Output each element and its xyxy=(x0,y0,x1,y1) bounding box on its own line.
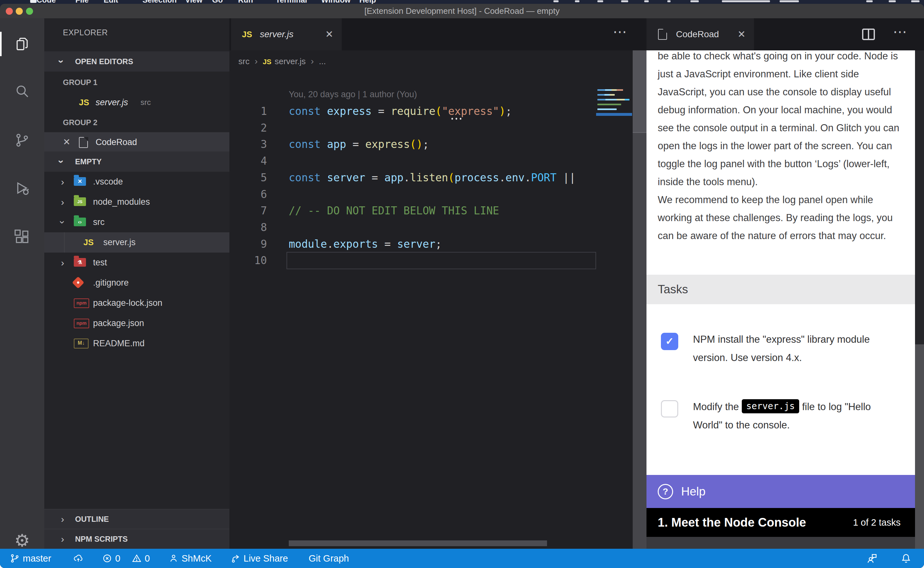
lesson-paragraph: We recommend to keep the log panel open … xyxy=(658,191,907,245)
open-editor-item-coderoad[interactable]: ✕CodeRoad xyxy=(44,132,229,152)
apple-logo-icon[interactable] xyxy=(30,0,36,3)
js-file-icon: JS xyxy=(79,92,89,112)
breadcrumb-item[interactable]: src xyxy=(238,56,250,66)
split-editor-icon[interactable] xyxy=(861,27,876,43)
scrollbar-thumb[interactable] xyxy=(633,50,647,133)
more-actions-icon[interactable]: ⋯ xyxy=(893,23,908,40)
task-checkbox[interactable] xyxy=(661,400,678,417)
tree-item-server.js[interactable]: JSserver.js xyxy=(44,232,229,252)
search-icon[interactable] xyxy=(0,76,44,107)
open-editor-detail: src xyxy=(140,92,151,112)
chevron-down-icon: › xyxy=(51,160,72,163)
explorer-sidebar: EXPLORER › OPEN EDITORS GROUP 1JSserver.… xyxy=(44,18,230,549)
extensions-icon[interactable] xyxy=(0,222,44,252)
tree-item-package-lock.json[interactable]: npmpackage-lock.json xyxy=(44,293,229,313)
status-master[interactable]: master xyxy=(10,549,51,568)
chevron-down-icon: › xyxy=(51,60,72,63)
minimap-line xyxy=(597,94,615,96)
tree-item-label: node_modules xyxy=(93,192,150,212)
lesson-footer: 1. Meet the Node Console 1 of 2 tasks xyxy=(647,508,915,537)
tree-item-src[interactable]: ›src xyxy=(44,212,229,232)
help-section[interactable]: ? Help xyxy=(647,475,915,508)
tree-item-label: .vscode xyxy=(93,172,123,192)
breadcrumb-separator-icon: › xyxy=(255,56,258,66)
file-file-icon xyxy=(79,137,88,148)
tree-item-test[interactable]: ›test xyxy=(44,252,229,273)
section-outline[interactable]: ›OUTLINE xyxy=(44,509,229,529)
chevron-right-icon: › xyxy=(61,529,64,549)
workspace-header[interactable]: › EMPTY xyxy=(44,151,229,172)
menu-status-icon xyxy=(911,0,919,2)
code-line-5: 5const server = app.listen(process.env.P… xyxy=(229,169,647,186)
line-number: 2 xyxy=(229,120,267,136)
close-icon[interactable]: ✕ xyxy=(63,132,70,152)
line-number: 8 xyxy=(229,219,267,236)
tree-item-node_modules[interactable]: ›node_modules xyxy=(44,192,229,212)
tree-item-.vscode[interactable]: ›.vscode xyxy=(44,172,229,192)
breadcrumb-item[interactable]: ... xyxy=(319,56,326,66)
code-line-8: 8 xyxy=(229,219,647,236)
tree-item-.gitignore[interactable]: .gitignore xyxy=(44,273,229,293)
tree-item-label: .gitignore xyxy=(93,273,129,293)
tab-label: CodeRoad xyxy=(676,18,719,50)
window-title: [Extension Development Host] - CodeRoad … xyxy=(0,4,924,18)
tree-item-readme.md[interactable]: M↓README.md xyxy=(44,334,229,353)
line-number: 3 xyxy=(229,136,267,153)
editor-vertical-scrollbar[interactable] xyxy=(633,50,647,549)
tree-item-package.json[interactable]: npmpackage.json xyxy=(44,313,229,334)
explorer-icon[interactable] xyxy=(0,29,44,59)
feedback-icon[interactable] xyxy=(866,549,878,568)
code-text: const app = express(); xyxy=(289,136,429,153)
minimap[interactable] xyxy=(596,87,632,549)
section-npm-scripts[interactable]: ›NPM SCRIPTS xyxy=(44,529,229,549)
md-icon: M↓ xyxy=(74,338,89,349)
code-line-6: 6 xyxy=(229,186,647,203)
breadcrumb-item[interactable]: server.js xyxy=(274,56,306,66)
status-git-graph[interactable]: Git Graph xyxy=(309,549,349,568)
tab-label: server.js xyxy=(260,18,294,50)
open-editor-item-server.js[interactable]: JSserver.jssrc xyxy=(44,92,229,112)
status-live-share[interactable]: Live Share xyxy=(231,549,288,568)
npm-icon: npm xyxy=(74,319,89,328)
close-tab-icon[interactable]: ✕ xyxy=(738,18,746,50)
open-editors-header[interactable]: › OPEN EDITORS xyxy=(44,51,229,71)
scrollbar-thumb[interactable] xyxy=(915,344,924,549)
status-0[interactable]: 0 xyxy=(131,549,150,568)
close-tab-icon[interactable]: ✕ xyxy=(325,18,333,50)
minimap-line xyxy=(597,89,623,91)
tree-item-label: src xyxy=(93,212,105,232)
open-editors-group-label: GROUP 1 xyxy=(63,72,98,92)
code-line-7: 7// -- DO NOT EDIT BELOW THIS LINE xyxy=(229,202,647,219)
tab-server-js[interactable]: JS server.js ✕ xyxy=(231,18,342,50)
node-icon xyxy=(74,197,86,206)
open-editor-label: server.js xyxy=(96,92,128,112)
menu-status-icon xyxy=(597,0,603,2)
task-checkbox[interactable]: ✓ xyxy=(661,333,678,350)
chevron-down-icon: › xyxy=(53,221,73,224)
chevron-right-icon: › xyxy=(61,252,64,273)
status-cloud-upload[interactable] xyxy=(73,549,83,568)
source-control-icon[interactable] xyxy=(0,125,44,156)
current-line-highlight xyxy=(286,252,596,269)
editor-actions-more-icon[interactable]: ⋯ xyxy=(613,23,628,40)
task-text: NPM install the "express" library module… xyxy=(693,330,901,367)
webview-scrollbar[interactable] xyxy=(915,50,924,549)
lesson-paragraph: be able to check what's going on in your… xyxy=(658,50,907,191)
menu-status-icon xyxy=(667,0,671,2)
title-bar[interactable]: [Extension Development Host] - CodeRoad … xyxy=(0,4,924,19)
run-debug-icon[interactable] xyxy=(0,173,44,204)
coderoad-tab-bar: CodeRoad ✕ ⋯ xyxy=(647,18,924,50)
section-label: OUTLINE xyxy=(75,509,109,529)
code-line-3: 3const app = express(); xyxy=(229,136,647,153)
bell-icon[interactable] xyxy=(900,549,912,568)
tab-coderoad[interactable]: CodeRoad ✕ xyxy=(647,18,754,50)
workbench: ⚙ EXPLORER › OPEN EDITORS GROUP 1JSserve… xyxy=(0,18,924,549)
status-bar: master00ShMcKLive ShareGit Graph xyxy=(0,549,924,568)
status-0[interactable]: 0 xyxy=(102,549,120,568)
editor-horizontal-scrollbar[interactable] xyxy=(289,541,547,546)
status-shmck[interactable]: ShMcK xyxy=(169,549,211,568)
section-label: NPM SCRIPTS xyxy=(75,529,128,549)
chevron-right-icon: › xyxy=(61,509,64,529)
code-line-2: 2 xyxy=(229,120,647,136)
js-icon: JS xyxy=(83,232,94,252)
